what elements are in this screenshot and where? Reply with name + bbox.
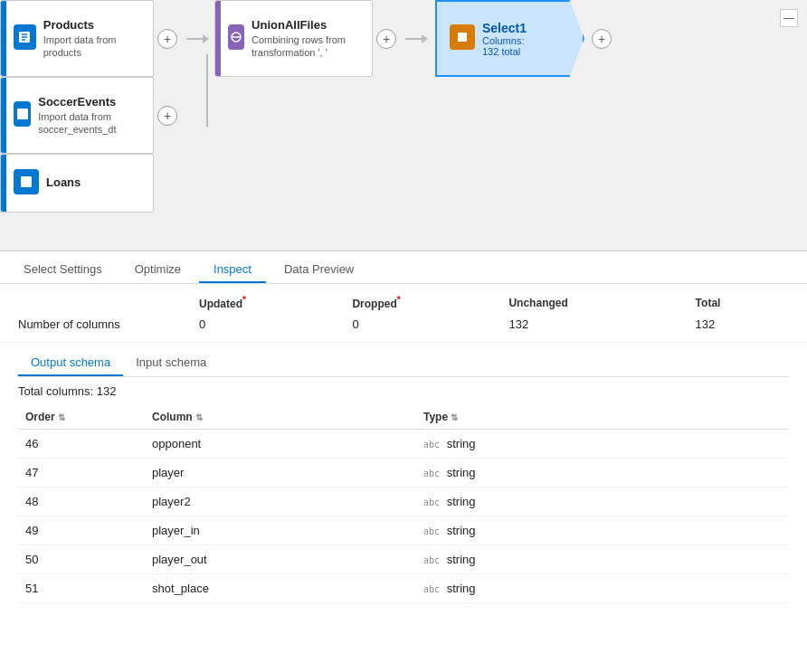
soccer-icon	[14, 101, 31, 127]
pipeline-canvas: Products Import data from products + Uni…	[0, 0, 807, 251]
soccer-subtitle: Import data from soccer_events_dt	[38, 110, 144, 137]
table-row: 51 shot_place abc string	[18, 574, 789, 603]
tab-select-settings[interactable]: Select Settings	[9, 257, 117, 283]
arrow-2	[405, 34, 428, 43]
table-row: 50 player_out abc string	[18, 545, 789, 574]
cell-type: abc string	[416, 459, 789, 487]
col-header-order[interactable]: Order ⇅	[18, 405, 145, 430]
node-union-all-files[interactable]: UnionAllFiles Combining rows from transf…	[214, 0, 373, 77]
select1-subtitle: Columns:	[482, 35, 527, 46]
cell-type: abc string	[416, 487, 789, 516]
pipeline-row-3: Loans	[0, 154, 807, 213]
stats-updated-header: Updated*	[199, 291, 352, 314]
node-products[interactable]: Products Import data from products	[0, 0, 154, 77]
cell-column: player_out	[145, 545, 416, 574]
svg-marker-6	[458, 33, 467, 42]
stats-total-value: 132	[696, 314, 789, 335]
schema-tabs: Output schema Input schema	[18, 343, 789, 377]
total-columns-label: Total columns: 132	[18, 377, 789, 405]
soccer-title: SoccerEvents	[38, 95, 144, 109]
cell-order: 46	[18, 430, 145, 459]
stats-dropped-header: Dropped*	[352, 291, 508, 314]
plus-after-union[interactable]: +	[376, 29, 396, 49]
type-value: string	[447, 582, 476, 595]
cell-type: abc string	[416, 574, 789, 603]
stats-table: Updated* Dropped* Unchanged Total Number…	[18, 291, 789, 335]
select1-count: 132 total	[482, 46, 527, 57]
svg-rect-8	[21, 176, 32, 187]
cell-type: abc string	[416, 516, 789, 545]
plus-after-products[interactable]: +	[157, 29, 177, 49]
stats-dropped-value: 0	[352, 314, 508, 335]
column-sort-icon: ⇅	[195, 412, 203, 422]
loans-title: Loans	[46, 175, 81, 189]
plus-after-select[interactable]: +	[592, 29, 612, 49]
tab-output-schema[interactable]: Output schema	[18, 350, 123, 376]
tab-data-preview[interactable]: Data Preview	[270, 257, 368, 283]
tab-optimize[interactable]: Optimize	[120, 257, 195, 283]
svg-rect-7	[17, 109, 28, 119]
stats-updated-value: 0	[199, 314, 352, 335]
order-sort-icon: ⇅	[58, 412, 65, 422]
merge-line-vertical	[206, 54, 208, 127]
table-row: 49 player_in abc string	[18, 516, 789, 545]
union-icon	[228, 24, 244, 50]
updated-star: *	[242, 295, 246, 305]
col-header-type[interactable]: Type ⇅	[416, 405, 789, 430]
cell-column: player	[145, 459, 416, 487]
union-subtitle: Combining rows from transformation ', '	[252, 33, 363, 60]
stats-section: Updated* Dropped* Unchanged Total Number…	[0, 284, 807, 343]
schema-section: Output schema Input schema Total columns…	[0, 343, 807, 603]
stats-empty-header	[18, 291, 199, 314]
minimize-button[interactable]: —	[780, 9, 798, 27]
type-icon: abc	[423, 469, 440, 478]
products-title: Products	[43, 18, 144, 32]
cell-type: abc string	[416, 545, 789, 574]
products-icon	[14, 24, 36, 50]
stats-unchanged-value: 132	[508, 314, 695, 335]
node-loans[interactable]: Loans	[0, 154, 154, 213]
loans-icon	[14, 169, 39, 194]
cell-type: abc string	[416, 430, 789, 459]
table-row: 47 player abc string	[18, 459, 789, 487]
type-icon: abc	[423, 440, 440, 450]
type-icon: abc	[423, 555, 440, 565]
type-value: string	[447, 437, 476, 450]
col-header-column[interactable]: Column ⇅	[145, 405, 416, 430]
tab-bar: Select Settings Optimize Inspect Data Pr…	[0, 251, 807, 284]
cell-order: 50	[18, 545, 145, 574]
arrow-1	[186, 34, 209, 43]
stats-row-label: Number of columns	[18, 314, 199, 335]
type-icon: abc	[423, 584, 440, 594]
cell-order: 48	[18, 487, 145, 516]
union-title: UnionAllFiles	[252, 18, 363, 32]
type-icon: abc	[423, 497, 440, 507]
select1-title: Select1	[482, 21, 527, 35]
node-select1[interactable]: Select1 Columns: 132 total	[435, 0, 584, 77]
type-icon: abc	[423, 526, 440, 536]
type-value: string	[447, 495, 476, 508]
type-value: string	[447, 466, 476, 479]
stats-total-header: Total	[696, 291, 789, 314]
pipeline-row-2: SoccerEvents Import data from soccer_eve…	[0, 77, 807, 154]
cell-order: 51	[18, 574, 145, 603]
cell-column: player2	[145, 487, 416, 516]
node-soccer-events[interactable]: SoccerEvents Import data from soccer_eve…	[0, 77, 154, 154]
dropped-star: *	[397, 295, 401, 305]
schema-data-table: Order ⇅ Column ⇅ Type ⇅ 46 opponent abc …	[18, 405, 789, 603]
cell-order: 47	[18, 459, 145, 487]
type-value: string	[447, 524, 476, 537]
plus-after-soccer[interactable]: +	[157, 106, 177, 126]
type-sort-icon: ⇅	[451, 412, 458, 422]
cell-order: 49	[18, 516, 145, 545]
tab-input-schema[interactable]: Input schema	[123, 350, 219, 376]
cell-column: player_in	[145, 516, 416, 545]
cell-column: opponent	[145, 430, 416, 459]
stats-row: Number of columns 0 0 132 132	[18, 314, 789, 335]
table-row: 46 opponent abc string	[18, 430, 789, 459]
products-subtitle: Import data from products	[43, 33, 144, 60]
select-icon	[450, 24, 475, 50]
stats-unchanged-header: Unchanged	[508, 291, 695, 314]
pipeline-row-1: Products Import data from products + Uni…	[0, 0, 807, 77]
tab-inspect[interactable]: Inspect	[199, 257, 266, 283]
